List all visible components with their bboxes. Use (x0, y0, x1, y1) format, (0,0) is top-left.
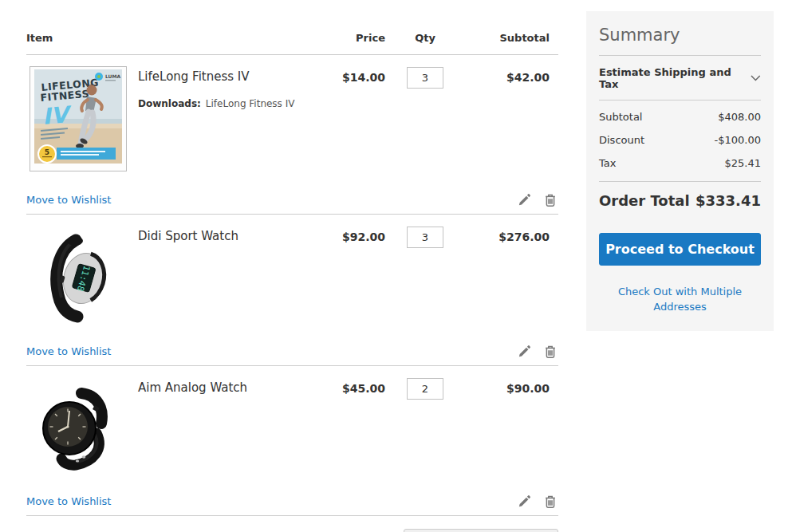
move-to-wishlist-link[interactable]: Move to Wishlist (26, 495, 111, 507)
edit-item-button[interactable] (518, 345, 531, 358)
qty-input[interactable] (407, 227, 443, 248)
discount-label: Discount (599, 134, 644, 146)
svg-text:5: 5 (45, 148, 49, 156)
item-price: $92.00 (297, 226, 385, 243)
order-total-label: Order Total (599, 192, 690, 209)
product-info: Aim Analog Watch (138, 377, 297, 396)
item-options: Downloads:LifeLong Fitness IV (138, 98, 297, 109)
totals-table: Subtotal $408.00 Discount -$100.00 Tax $… (599, 100, 761, 176)
product-image-lifelong-fitness[interactable]: LIFELONG FITNESS IV LUMA (26, 66, 138, 175)
tax-value: $25.41 (725, 157, 762, 169)
trash-icon (544, 345, 557, 358)
cart-items-section: Item Price Qty Subtotal LIFELONG FITNESS (26, 27, 558, 532)
qty-input[interactable] (407, 67, 443, 89)
option-value: LifeLong Fitness IV (206, 98, 295, 109)
cart-page: Item Price Qty Subtotal LIFELONG FITNESS (0, 0, 792, 532)
delete-item-button[interactable] (544, 495, 557, 508)
dvd-cover-graphic: LIFELONG FITNESS IV LUMA (30, 66, 127, 171)
qty-input[interactable] (407, 378, 443, 400)
order-total-row: Order Total $333.41 (599, 181, 761, 209)
cart-row-aim-analog-watch: Aim Analog Watch $45.00 $90.00 Move to W… (26, 366, 558, 516)
item-price: $14.00 (297, 66, 385, 84)
item-actions-bar: Move to Wishlist (26, 187, 558, 215)
product-info: LifeLong Fitness IV Downloads:LifeLong F… (138, 66, 297, 109)
subtotal-value: $408.00 (718, 111, 761, 123)
sport-watch-graphic: 11:48 (42, 234, 112, 323)
header-qty: Qty (385, 32, 465, 44)
option-label: Downloads: (138, 98, 201, 109)
edit-item-button[interactable] (518, 193, 531, 207)
delete-item-button[interactable] (544, 345, 557, 358)
header-item: Item (26, 32, 138, 44)
svg-text:LUMA: LUMA (105, 73, 120, 79)
analog-watch-graphic (37, 384, 113, 473)
pencil-icon (518, 345, 531, 358)
product-info: Didi Sport Watch (138, 226, 297, 245)
item-subtotal: $90.00 (465, 377, 558, 395)
subtotal-row: Subtotal $408.00 (599, 105, 761, 128)
item-subtotal: $42.00 (465, 66, 558, 84)
move-to-wishlist-link[interactable]: Move to Wishlist (26, 345, 111, 357)
estimate-shipping-toggle[interactable]: Estimate Shipping and Tax (599, 56, 761, 100)
item-price: $45.00 (297, 377, 385, 395)
cart-row-lifelong-fitness: LIFELONG FITNESS IV LUMA (26, 55, 558, 215)
tax-label: Tax (599, 157, 616, 169)
discount-row: Discount -$100.00 (599, 128, 761, 152)
product-image-aim-analog-watch[interactable] (26, 377, 138, 476)
move-to-wishlist-link[interactable]: Move to Wishlist (26, 194, 111, 206)
cart-footer: Update Shopping Cart (26, 529, 558, 532)
order-total-value: $333.41 (695, 192, 761, 209)
cart-row-didi-sport-watch: 11:48 Didi Sport Watch $92.00 $276.00 Mo… (26, 215, 558, 366)
header-subtotal: Subtotal (465, 32, 558, 44)
pencil-icon (518, 495, 531, 508)
product-name-link[interactable]: Aim Analog Watch (138, 377, 247, 396)
product-name-link[interactable]: LifeLong Fitness IV (138, 66, 250, 85)
delete-item-button[interactable] (544, 193, 557, 207)
summary-panel: Summary Estimate Shipping and Tax Subtot… (586, 11, 774, 331)
chevron-down-icon (751, 75, 761, 81)
trash-icon (544, 495, 557, 508)
trash-icon (544, 193, 557, 207)
subtotal-label: Subtotal (599, 111, 642, 123)
multiple-addresses-link[interactable]: Check Out with Multiple Addresses (618, 286, 742, 313)
summary-title: Summary (599, 26, 761, 56)
cart-table-header: Item Price Qty Subtotal (26, 27, 558, 55)
product-image-didi-sport-watch[interactable]: 11:48 (26, 226, 138, 326)
edit-item-button[interactable] (518, 495, 531, 508)
item-actions-bar: Move to Wishlist (26, 489, 558, 516)
header-price: Price (297, 32, 385, 44)
pencil-icon (518, 193, 531, 207)
product-name-link[interactable]: Didi Sport Watch (138, 226, 238, 245)
estimate-label: Estimate Shipping and Tax (599, 66, 751, 90)
discount-value: -$100.00 (715, 134, 761, 146)
update-cart-button[interactable]: Update Shopping Cart (404, 529, 558, 532)
item-subtotal: $276.00 (465, 226, 558, 243)
item-actions-bar: Move to Wishlist (26, 339, 558, 366)
proceed-to-checkout-button[interactable]: Proceed to Checkout (599, 233, 761, 266)
tax-row: Tax $25.41 (599, 152, 761, 175)
